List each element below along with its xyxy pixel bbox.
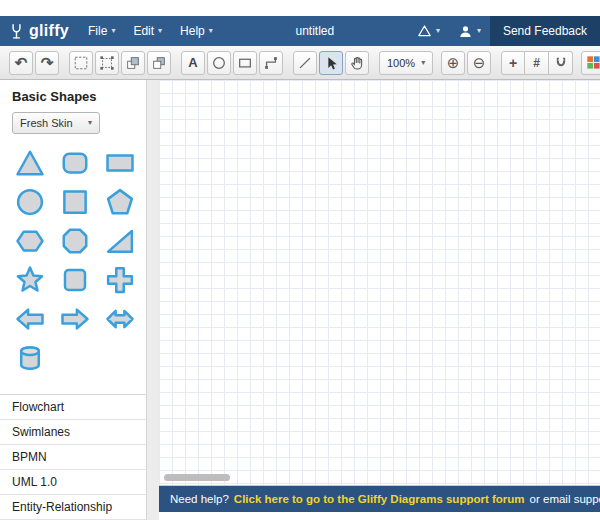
send-back-icon [151, 55, 167, 71]
chevron-down-icon: ▾ [158, 27, 162, 35]
google-drive-button[interactable]: ▾ [408, 16, 449, 46]
toolbar: ↶↷A100%▾⊕⊖+# [0, 46, 600, 80]
undo-icon: ↶ [15, 55, 28, 70]
zoom-out-button[interactable]: ⊖ [467, 51, 491, 75]
line-tool-button[interactable] [293, 51, 317, 75]
toolbar-group [293, 51, 371, 75]
shape-rectangle[interactable] [101, 146, 139, 179]
account-button[interactable]: ▾ [449, 16, 490, 46]
window-chrome-strip [0, 0, 600, 16]
connector-icon [263, 55, 279, 71]
category-bpmn[interactable]: BPMN [0, 445, 146, 470]
help-prefix: Need help? [170, 493, 229, 505]
shape-hexagon[interactable] [11, 224, 49, 257]
toolbar-group: A [181, 51, 285, 75]
toolbar-group: ⊕⊖ [441, 51, 493, 75]
expand-canvas-button[interactable]: + [501, 51, 525, 75]
grid-icon: # [533, 57, 540, 69]
shape-rounded-rectangle[interactable] [56, 146, 94, 179]
shape-circle[interactable] [11, 185, 49, 218]
shape-arrow-right[interactable] [56, 302, 94, 335]
shape-arrow-double[interactable] [101, 302, 139, 335]
pointer-icon [323, 55, 339, 71]
toolbar-group: ↶↷ [9, 51, 61, 75]
category-label: Flowchart [12, 400, 64, 414]
shape-cylinder[interactable] [11, 341, 49, 374]
sidebar-splitter[interactable] [146, 80, 159, 520]
category-flowchart[interactable]: Flowchart [0, 395, 146, 420]
support-forum-link[interactable]: Click here to go to the Gliffy Diagrams … [234, 493, 525, 505]
send-to-back-button[interactable] [147, 51, 171, 75]
marquee-dots-icon [99, 55, 115, 71]
horizontal-scrollbar[interactable] [164, 474, 230, 481]
theme-palette-button[interactable] [581, 51, 600, 75]
gliffy-logo[interactable]: gliffy [0, 16, 79, 46]
line-icon [297, 55, 313, 71]
shape-triangle[interactable] [11, 146, 49, 179]
pointer-tool-button[interactable] [319, 51, 343, 75]
skin-selector-value: Fresh Skin [20, 117, 73, 129]
skin-selector-dropdown[interactable]: Fresh Skin ▾ [12, 112, 100, 134]
select-area-button[interactable] [69, 51, 93, 75]
menu-file[interactable]: File ▾ [79, 16, 124, 46]
navbar: gliffy File ▾ Edit ▾ Help ▾ untitled [0, 16, 600, 46]
shape-arrow-left[interactable] [11, 302, 49, 335]
ellipse-tool-button[interactable] [207, 51, 231, 75]
shape-square[interactable] [56, 185, 94, 218]
rectangle-icon [237, 55, 253, 71]
shape-star[interactable] [11, 263, 49, 296]
zoom-level-value: 100% [387, 57, 415, 69]
zoom-out-icon: ⊖ [473, 55, 486, 70]
chevron-down-icon: ▾ [421, 59, 425, 67]
toolbar-group [69, 51, 173, 75]
rectangle-tool-button[interactable] [233, 51, 257, 75]
redo-button[interactable]: ↷ [35, 51, 59, 75]
canvas-column: Need help? Click here to go to the Gliff… [159, 80, 600, 520]
menu-help-label: Help [180, 24, 205, 38]
ellipse-icon [211, 55, 227, 71]
shape-right-triangle[interactable] [101, 224, 139, 257]
shape-cross[interactable] [101, 263, 139, 296]
send-feedback-button[interactable]: Send Feedback [490, 16, 600, 46]
marquee-icon [73, 55, 89, 71]
menu-edit[interactable]: Edit ▾ [124, 16, 171, 46]
shapes-sidebar: Basic Shapes Fresh Skin ▾ FlowchartSwiml… [0, 80, 146, 520]
zoom-in-button[interactable]: ⊕ [441, 51, 465, 75]
shape-pentagon[interactable] [101, 185, 139, 218]
shape-octagon[interactable] [56, 224, 94, 257]
user-icon [458, 24, 473, 39]
grid-controls-group: +# [501, 51, 573, 75]
shape-rounded-square[interactable] [56, 263, 94, 296]
text-icon: A [188, 56, 197, 69]
category-entity-relationship[interactable]: Entity-Relationship [0, 495, 146, 520]
connector-tool-button[interactable] [259, 51, 283, 75]
menu-help[interactable]: Help ▾ [171, 16, 222, 46]
category-swimlanes[interactable]: Swimlanes [0, 420, 146, 445]
shape-category-list: FlowchartSwimlanesBPMNUML 1.0Entity-Rela… [0, 394, 146, 520]
category-label: UML 1.0 [12, 475, 57, 489]
document-title[interactable]: untitled [286, 16, 345, 46]
shapes-panel-title: Basic Shapes [0, 80, 146, 109]
bring-to-front-button[interactable] [121, 51, 145, 75]
chevron-down-icon: ▾ [111, 27, 115, 35]
help-suffix: or email support@gliffy.com [530, 493, 600, 505]
text-tool-button[interactable]: A [181, 51, 205, 75]
redo-icon: ↷ [41, 55, 54, 70]
category-label: Entity-Relationship [12, 500, 112, 514]
bring-front-icon [125, 55, 141, 71]
zoom-level-dropdown[interactable]: 100%▾ [379, 51, 433, 75]
snap-to-grid-button[interactable] [549, 51, 573, 75]
menu-file-label: File [88, 24, 107, 38]
chevron-down-icon: ▾ [436, 27, 440, 35]
multi-select-button[interactable] [95, 51, 119, 75]
undo-button[interactable]: ↶ [9, 51, 33, 75]
grid-toggle-button[interactable]: # [525, 51, 549, 75]
menu-edit-label: Edit [133, 24, 154, 38]
hand-icon [349, 55, 365, 71]
google-drive-icon [417, 24, 432, 38]
gliffy-logo-icon [8, 22, 25, 41]
chevron-down-icon: ▾ [209, 27, 213, 35]
pan-tool-button[interactable] [345, 51, 369, 75]
category-uml-1-0[interactable]: UML 1.0 [0, 470, 146, 495]
drawing-canvas[interactable] [159, 80, 600, 486]
